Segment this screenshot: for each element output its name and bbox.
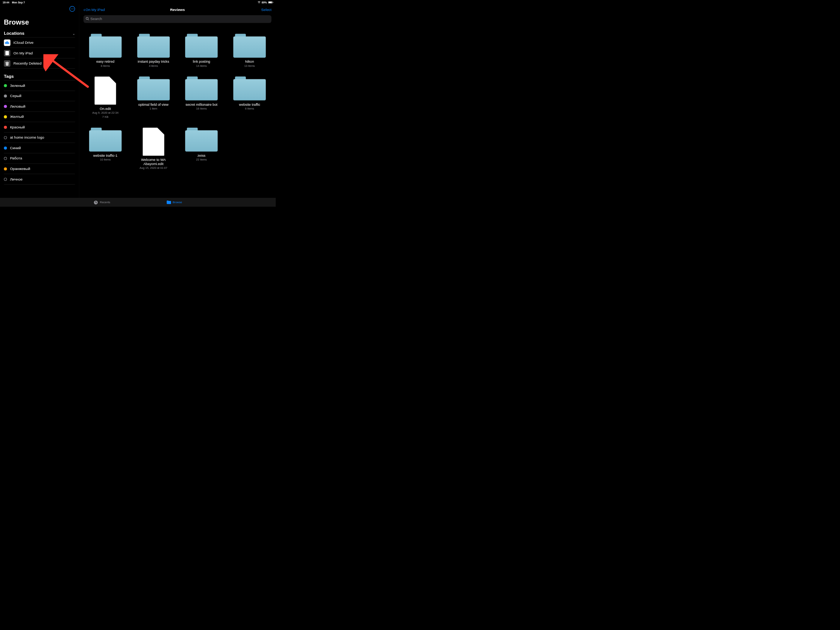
file-item[interactable]: On.editAug 9, 2020 at 22:347 KB — [84, 77, 127, 119]
status-bar: 19:44 Mon Sep 7 89% — [0, 0, 276, 5]
folder-icon — [234, 34, 266, 58]
wifi-icon — [257, 1, 261, 4]
tag-dot-icon — [4, 167, 7, 171]
status-time: 19:44 — [3, 1, 9, 4]
item-name: Welcome to WA Abayomi.edit — [131, 158, 175, 166]
sidebar-tag-желтый[interactable]: Желтый — [4, 112, 75, 122]
sidebar-tag-красный[interactable]: Красный — [4, 122, 75, 133]
sidebar-item-label: Личное — [10, 177, 22, 181]
sidebar-item-label: Желтый — [10, 114, 24, 118]
sidebar-item-label: Красный — [10, 125, 25, 129]
item-subtitle: 6 items — [245, 107, 254, 111]
svg-rect-0 — [5, 51, 9, 55]
item-name: instant payday tricks — [138, 60, 169, 63]
content-pane: ‹ On My iPad Reviews Select easy retired… — [79, 5, 276, 198]
item-name: easy retired — [96, 60, 114, 63]
tag-dot-icon — [4, 177, 7, 180]
folder-item[interactable]: zeiss22 items — [180, 128, 224, 170]
cloud-icon — [4, 39, 10, 46]
sidebar-item-label: Работа — [10, 156, 22, 161]
search-input[interactable] — [90, 17, 269, 21]
item-name: Nikon — [245, 60, 254, 63]
item-subtitle: 22 items — [196, 158, 207, 162]
item-subtitle: 8 items — [101, 64, 110, 68]
locations-header[interactable]: Locations ⌄ — [4, 30, 75, 38]
item-name: zeiss — [197, 154, 205, 158]
item-name: website traffic — [239, 103, 260, 106]
status-date: Mon Sep 7 — [12, 1, 25, 4]
sidebar-title: Browse — [4, 18, 75, 26]
sidebar-tag-зеленый[interactable]: Зеленый — [4, 81, 75, 91]
tab-recents[interactable]: Recents — [94, 200, 110, 204]
item-subtitle: Aug 15, 2020 at 01:07 — [139, 166, 167, 170]
clock-icon — [94, 200, 98, 204]
folder-icon — [185, 34, 218, 58]
item-subtitle: 4 items — [149, 64, 158, 68]
search-icon — [86, 17, 89, 21]
folder-icon — [185, 77, 218, 101]
more-options-button[interactable]: ⋯ — [69, 6, 75, 12]
folder-item[interactable]: website traffic-110 items — [84, 128, 127, 170]
folder-icon — [185, 128, 218, 152]
sidebar-tag-работа[interactable]: Работа — [4, 153, 75, 164]
tag-dot-icon — [4, 147, 7, 150]
tag-dot-icon — [4, 136, 7, 139]
file-icon — [142, 128, 164, 156]
sidebar-item-label: at home income logo — [10, 135, 44, 139]
item-name: website traffic-1 — [93, 154, 117, 158]
sidebar-tag-лиловый[interactable]: Лиловый — [4, 101, 75, 112]
sidebar-location-on-my-ipad[interactable]: On My iPad — [4, 48, 75, 58]
tag-dot-icon — [4, 126, 7, 129]
item-subtitle: 14 items — [196, 64, 207, 68]
sidebar-location-recently-deleted[interactable]: Recently Deleted — [4, 58, 75, 69]
sidebar-tag-личное[interactable]: Личное — [4, 174, 75, 185]
back-button[interactable]: ‹ On My iPad — [84, 7, 105, 13]
folder-item[interactable]: secret millionaire bot16 items — [180, 77, 224, 119]
tag-dot-icon — [4, 95, 7, 98]
file-item[interactable]: Welcome to WA Abayomi.editAug 15, 2020 a… — [131, 128, 175, 170]
battery-percent: 89% — [262, 1, 267, 4]
files-grid: easy retired8 itemsinstant payday tricks… — [79, 25, 276, 198]
tag-dot-icon — [4, 105, 7, 108]
item-name: link posting — [193, 60, 210, 63]
folder-item[interactable]: easy retired8 items — [84, 34, 127, 68]
nav-bar: ‹ On My iPad Reviews Select — [79, 5, 276, 16]
sidebar-tag-оранжевый[interactable]: Оранжевый — [4, 164, 75, 174]
item-subtitle: 16 items — [196, 107, 207, 111]
folder-icon — [167, 200, 171, 204]
folder-item[interactable]: Nikon13 items — [228, 34, 272, 68]
ipad-icon — [4, 50, 10, 56]
item-name: optimal field of view — [138, 103, 169, 106]
sidebar-item-label: Лиловый — [10, 104, 25, 108]
folder-icon — [89, 128, 122, 152]
sidebar-item-label: Recently Deleted — [14, 61, 41, 65]
folder-item[interactable]: website traffic6 items — [228, 77, 272, 119]
item-subtitle: 7 KB — [103, 115, 108, 119]
sidebar-tag-серый[interactable]: Серый — [4, 91, 75, 102]
sidebar-item-label: iCloud Drive — [14, 40, 34, 44]
tab-browse[interactable]: Browse — [167, 200, 182, 204]
folder-icon — [137, 34, 170, 58]
folder-item[interactable]: link posting14 items — [180, 34, 224, 68]
search-field[interactable] — [84, 15, 272, 23]
sidebar-location-icloud-drive[interactable]: iCloud Drive — [4, 37, 75, 48]
folder-item[interactable]: optimal field of view1 item — [131, 77, 175, 119]
tag-dot-icon — [4, 84, 7, 87]
tab-bar: Recents Browse — [0, 197, 276, 207]
tag-dot-icon — [4, 115, 7, 118]
chevron-down-icon: ⌄ — [73, 32, 75, 35]
svg-line-2 — [88, 19, 89, 20]
item-subtitle: Aug 9, 2020 at 22:34 — [92, 111, 118, 115]
chevron-left-icon: ‹ — [84, 7, 85, 13]
sidebar-item-label: Зеленый — [10, 84, 25, 88]
folder-item[interactable]: instant payday tricks4 items — [131, 34, 175, 68]
folder-icon — [89, 34, 122, 58]
item-subtitle: 10 items — [100, 158, 111, 162]
page-title: Reviews — [170, 8, 185, 12]
sidebar-tag-синий[interactable]: Синий — [4, 143, 75, 153]
select-button[interactable]: Select — [261, 8, 272, 12]
sidebar-tag-at-home-income-logo[interactable]: at home income logo — [4, 133, 75, 143]
tags-header[interactable]: Tags ⌄ — [4, 73, 75, 81]
item-subtitle: 13 items — [245, 64, 255, 68]
trash-icon — [4, 60, 10, 66]
